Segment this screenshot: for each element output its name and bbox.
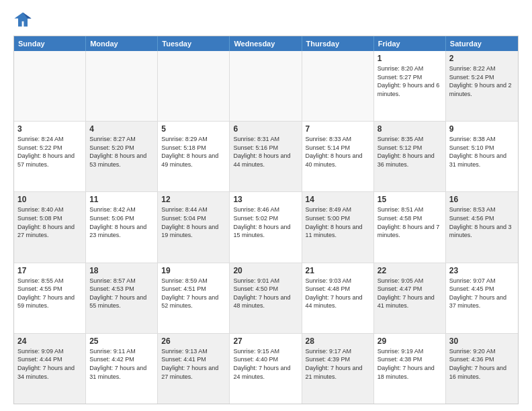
day-info: Sunrise: 8:49 AM Sunset: 5:00 PM Dayligh… bbox=[306, 205, 370, 239]
day-info: Sunrise: 8:59 AM Sunset: 4:51 PM Dayligh… bbox=[161, 277, 226, 310]
day-cell-25: 25Sunrise: 9:11 AM Sunset: 4:42 PM Dayli… bbox=[86, 334, 158, 404]
day-number: 8 bbox=[378, 124, 442, 134]
day-number: 24 bbox=[17, 336, 82, 346]
day-info: Sunrise: 8:42 AM Sunset: 5:06 PM Dayligh… bbox=[89, 205, 154, 239]
day-info: Sunrise: 8:53 AM Sunset: 4:56 PM Dayligh… bbox=[449, 205, 515, 239]
header-day-thursday: Thursday bbox=[302, 36, 374, 51]
day-number: 10 bbox=[17, 195, 82, 204]
day-cell-14: 14Sunrise: 8:49 AM Sunset: 5:00 PM Dayli… bbox=[302, 192, 374, 262]
calendar-row-2: 10Sunrise: 8:40 AM Sunset: 5:08 PM Dayli… bbox=[14, 191, 518, 262]
day-info: Sunrise: 8:24 AM Sunset: 5:22 PM Dayligh… bbox=[17, 135, 82, 169]
day-number: 5 bbox=[161, 124, 226, 134]
day-number: 19 bbox=[161, 266, 226, 275]
day-info: Sunrise: 9:15 AM Sunset: 4:40 PM Dayligh… bbox=[233, 347, 298, 381]
day-info: Sunrise: 8:40 AM Sunset: 5:08 PM Dayligh… bbox=[17, 205, 82, 239]
day-number: 28 bbox=[306, 336, 370, 346]
day-number: 15 bbox=[378, 195, 442, 204]
header-day-tuesday: Tuesday bbox=[158, 36, 230, 51]
day-info: Sunrise: 9:13 AM Sunset: 4:41 PM Dayligh… bbox=[161, 347, 226, 381]
day-info: Sunrise: 9:01 AM Sunset: 4:50 PM Dayligh… bbox=[233, 277, 298, 310]
day-number: 14 bbox=[306, 195, 370, 204]
day-info: Sunrise: 8:27 AM Sunset: 5:20 PM Dayligh… bbox=[89, 135, 154, 169]
day-number: 20 bbox=[233, 266, 298, 275]
day-info: Sunrise: 8:20 AM Sunset: 5:27 PM Dayligh… bbox=[378, 64, 442, 98]
empty-cell bbox=[14, 51, 86, 121]
day-info: Sunrise: 9:20 AM Sunset: 4:36 PM Dayligh… bbox=[449, 347, 515, 381]
header bbox=[13, 10, 519, 29]
logo-icon bbox=[13, 10, 32, 29]
empty-cell bbox=[230, 51, 302, 121]
calendar-row-3: 17Sunrise: 8:55 AM Sunset: 4:55 PM Dayli… bbox=[14, 263, 518, 333]
day-cell-16: 16Sunrise: 8:53 AM Sunset: 4:56 PM Dayli… bbox=[446, 192, 518, 262]
calendar: SundayMondayTuesdayWednesdayThursdayFrid… bbox=[13, 36, 519, 404]
day-number: 11 bbox=[89, 195, 154, 204]
day-cell-23: 23Sunrise: 9:07 AM Sunset: 4:45 PM Dayli… bbox=[446, 263, 518, 333]
day-cell-8: 8Sunrise: 8:35 AM Sunset: 5:12 PM Daylig… bbox=[374, 122, 446, 191]
day-cell-10: 10Sunrise: 8:40 AM Sunset: 5:08 PM Dayli… bbox=[14, 192, 86, 262]
calendar-header: SundayMondayTuesdayWednesdayThursdayFrid… bbox=[14, 36, 518, 51]
day-number: 4 bbox=[89, 124, 154, 134]
day-number: 18 bbox=[89, 266, 154, 275]
day-info: Sunrise: 8:51 AM Sunset: 4:58 PM Dayligh… bbox=[378, 205, 442, 239]
day-cell-24: 24Sunrise: 9:09 AM Sunset: 4:44 PM Dayli… bbox=[14, 334, 86, 404]
day-number: 2 bbox=[449, 54, 515, 63]
day-cell-4: 4Sunrise: 8:27 AM Sunset: 5:20 PM Daylig… bbox=[86, 122, 158, 191]
day-number: 6 bbox=[233, 124, 298, 134]
day-cell-2: 2Sunrise: 8:22 AM Sunset: 5:24 PM Daylig… bbox=[446, 51, 518, 121]
day-info: Sunrise: 8:55 AM Sunset: 4:55 PM Dayligh… bbox=[17, 277, 82, 310]
day-cell-28: 28Sunrise: 9:17 AM Sunset: 4:39 PM Dayli… bbox=[302, 334, 374, 404]
day-cell-12: 12Sunrise: 8:44 AM Sunset: 5:04 PM Dayli… bbox=[158, 192, 230, 262]
day-number: 30 bbox=[449, 336, 515, 346]
day-number: 1 bbox=[378, 54, 442, 63]
day-cell-5: 5Sunrise: 8:29 AM Sunset: 5:18 PM Daylig… bbox=[158, 122, 230, 191]
day-number: 23 bbox=[449, 266, 515, 275]
day-cell-17: 17Sunrise: 8:55 AM Sunset: 4:55 PM Dayli… bbox=[14, 263, 86, 333]
day-cell-30: 30Sunrise: 9:20 AM Sunset: 4:36 PM Dayli… bbox=[446, 334, 518, 404]
day-cell-15: 15Sunrise: 8:51 AM Sunset: 4:58 PM Dayli… bbox=[374, 192, 446, 262]
day-info: Sunrise: 8:38 AM Sunset: 5:10 PM Dayligh… bbox=[449, 135, 515, 169]
empty-cell bbox=[86, 51, 158, 121]
day-number: 16 bbox=[449, 195, 515, 204]
day-info: Sunrise: 8:46 AM Sunset: 5:02 PM Dayligh… bbox=[233, 205, 298, 239]
calendar-row-1: 3Sunrise: 8:24 AM Sunset: 5:22 PM Daylig… bbox=[14, 121, 518, 191]
header-day-sunday: Sunday bbox=[14, 36, 86, 51]
header-day-monday: Monday bbox=[86, 36, 158, 51]
day-info: Sunrise: 8:22 AM Sunset: 5:24 PM Dayligh… bbox=[449, 64, 515, 98]
day-info: Sunrise: 8:29 AM Sunset: 5:18 PM Dayligh… bbox=[161, 135, 226, 169]
day-number: 26 bbox=[161, 336, 226, 346]
day-number: 21 bbox=[306, 266, 370, 275]
day-info: Sunrise: 9:19 AM Sunset: 4:38 PM Dayligh… bbox=[378, 347, 442, 381]
day-cell-21: 21Sunrise: 9:03 AM Sunset: 4:48 PM Dayli… bbox=[302, 263, 374, 333]
calendar-page: SundayMondayTuesdayWednesdayThursdayFrid… bbox=[0, 0, 532, 411]
day-number: 13 bbox=[233, 195, 298, 204]
day-cell-3: 3Sunrise: 8:24 AM Sunset: 5:22 PM Daylig… bbox=[14, 122, 86, 191]
day-number: 7 bbox=[306, 124, 370, 134]
day-cell-1: 1Sunrise: 8:20 AM Sunset: 5:27 PM Daylig… bbox=[374, 51, 446, 121]
day-cell-29: 29Sunrise: 9:19 AM Sunset: 4:38 PM Dayli… bbox=[374, 334, 446, 404]
day-cell-7: 7Sunrise: 8:33 AM Sunset: 5:14 PM Daylig… bbox=[302, 122, 374, 191]
day-info: Sunrise: 9:05 AM Sunset: 4:47 PM Dayligh… bbox=[378, 277, 442, 310]
calendar-row-4: 24Sunrise: 9:09 AM Sunset: 4:44 PM Dayli… bbox=[14, 333, 518, 404]
day-info: Sunrise: 9:17 AM Sunset: 4:39 PM Dayligh… bbox=[306, 347, 370, 381]
day-info: Sunrise: 9:03 AM Sunset: 4:48 PM Dayligh… bbox=[306, 277, 370, 310]
day-number: 27 bbox=[233, 336, 298, 346]
day-cell-26: 26Sunrise: 9:13 AM Sunset: 4:41 PM Dayli… bbox=[158, 334, 230, 404]
calendar-row-0: 1Sunrise: 8:20 AM Sunset: 5:27 PM Daylig… bbox=[14, 51, 518, 121]
day-cell-11: 11Sunrise: 8:42 AM Sunset: 5:06 PM Dayli… bbox=[86, 192, 158, 262]
day-info: Sunrise: 8:31 AM Sunset: 5:16 PM Dayligh… bbox=[233, 135, 298, 169]
day-number: 25 bbox=[89, 336, 154, 346]
day-cell-6: 6Sunrise: 8:31 AM Sunset: 5:16 PM Daylig… bbox=[230, 122, 302, 191]
day-cell-22: 22Sunrise: 9:05 AM Sunset: 4:47 PM Dayli… bbox=[374, 263, 446, 333]
day-cell-20: 20Sunrise: 9:01 AM Sunset: 4:50 PM Dayli… bbox=[230, 263, 302, 333]
day-number: 12 bbox=[161, 195, 226, 204]
day-info: Sunrise: 8:35 AM Sunset: 5:12 PM Dayligh… bbox=[378, 135, 442, 169]
day-info: Sunrise: 8:33 AM Sunset: 5:14 PM Dayligh… bbox=[306, 135, 370, 169]
day-number: 29 bbox=[378, 336, 442, 346]
day-number: 3 bbox=[17, 124, 82, 134]
logo bbox=[13, 10, 35, 29]
calendar-body: 1Sunrise: 8:20 AM Sunset: 5:27 PM Daylig… bbox=[14, 51, 518, 404]
day-info: Sunrise: 9:09 AM Sunset: 4:44 PM Dayligh… bbox=[17, 347, 82, 381]
header-day-wednesday: Wednesday bbox=[230, 36, 302, 51]
day-info: Sunrise: 9:07 AM Sunset: 4:45 PM Dayligh… bbox=[449, 277, 515, 310]
empty-cell bbox=[302, 51, 374, 121]
